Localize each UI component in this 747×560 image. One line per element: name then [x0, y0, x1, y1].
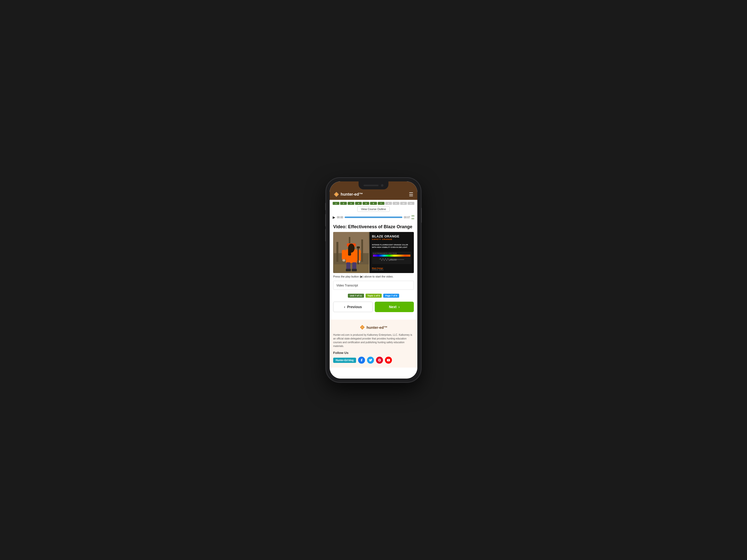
unit-badge: Unit 7 of 11: [348, 294, 364, 298]
twitter-icon[interactable]: [367, 357, 374, 364]
unit-step-10[interactable]: 10: [400, 202, 407, 205]
prev-icon: ‹: [344, 305, 345, 309]
previous-button[interactable]: ‹ Previous: [333, 302, 373, 312]
phone-notch: [359, 182, 388, 189]
lang-es-button[interactable]: ES: [412, 217, 414, 220]
footer: hunter-ed™ Hunter-ed.com is produced by …: [330, 320, 417, 368]
youtube-icon[interactable]: [385, 357, 392, 364]
hunter-svg: [333, 232, 369, 273]
unit-step-9[interactable]: 9: [393, 202, 400, 205]
blaze-nm-label: APPROX. 620nm: [372, 269, 411, 270]
social-row: Hunter-Ed blog: [333, 357, 414, 364]
spectrum-area: ELECTROMAGNETIC SPECTRUM VISIBLE LIGHT: [372, 251, 411, 264]
main-content: Video: Effectiveness of Blaze Orange: [330, 222, 417, 320]
blog-button[interactable]: Hunter-Ed blog: [333, 358, 356, 363]
svg-rect-20: [346, 262, 350, 270]
language-buttons: EN ES: [412, 215, 414, 220]
unit-step-8[interactable]: 8: [385, 202, 392, 205]
phone-screen: hunter-ed™ ☰ 1 2 3 4 5 6 7 8 9 10 11: [330, 182, 417, 378]
blaze-orange-subtitle: SAFETY ORANGE: [372, 238, 411, 240]
audio-player: ▶ 00:00 00:07 EN ES: [330, 213, 417, 222]
video-thumbnail: BLAZE ORANGE SAFETY ORANGE INTENSE FLUOR…: [333, 232, 414, 273]
video-right-panel: BLAZE ORANGE SAFETY ORANGE INTENSE FLUOR…: [369, 232, 414, 273]
svg-rect-4: [336, 242, 338, 262]
speaker: [364, 185, 379, 186]
svg-rect-23: [352, 269, 357, 271]
time-start: 00:00: [337, 216, 343, 219]
svg-rect-7: [334, 264, 369, 273]
svg-rect-16: [358, 247, 359, 264]
screen-content: hunter-ed™ ☰ 1 2 3 4 5 6 7 8 9 10 11: [330, 182, 417, 378]
unit-step-2[interactable]: 2: [340, 202, 347, 205]
silent-switch: [325, 203, 326, 210]
footer-logo-text: hunter-ed™: [366, 325, 387, 329]
unit-step-6[interactable]: 6: [370, 202, 377, 205]
svg-rect-12: [342, 250, 346, 260]
svg-rect-17: [357, 246, 360, 248]
next-label: Next: [389, 305, 396, 309]
next-button[interactable]: Next ›: [375, 302, 414, 312]
spectrum-label: ELECTROMAGNETIC SPECTRUM: [373, 252, 410, 254]
time-end: 00:07: [404, 216, 410, 219]
svg-rect-22: [346, 269, 351, 271]
progress-section: 1 2 3 4 5 6 7 8 9 10 11 View Course Outl…: [330, 200, 417, 213]
logo-area: hunter-ed™: [334, 192, 363, 197]
play-button[interactable]: ▶: [333, 215, 335, 219]
power-button: [421, 208, 422, 223]
phone-frame: hunter-ed™ ☰ 1 2 3 4 5 6 7 8 9 10 11: [326, 178, 421, 382]
logo-diamond-icon: [334, 192, 339, 197]
unit-step-7[interactable]: 7: [378, 202, 384, 205]
volume-up-button: [325, 214, 326, 226]
footer-logo-diamond-icon: [360, 324, 365, 330]
page-badge: Page 7 of 8: [383, 294, 399, 298]
svg-text:VISIBLE LIGHT: VISIBLE LIGHT: [390, 259, 397, 261]
footer-description: Hunter-ed.com is produced by Kalkomey En…: [333, 333, 414, 348]
unit-step-5[interactable]: 5: [363, 202, 369, 205]
badges-row: Unit 7 of 11 Topic 1 of 5 Page 7 of 8: [333, 294, 414, 298]
svg-rect-21: [352, 262, 356, 270]
course-outline-button[interactable]: View Course Outline: [357, 206, 390, 212]
transcript-label[interactable]: Video Transcript: [336, 284, 358, 287]
app-logo-text: hunter-ed™: [341, 192, 363, 196]
nav-buttons: ‹ Previous Next ›: [333, 302, 414, 312]
follow-us-label: Follow Us: [333, 351, 414, 355]
svg-point-14: [342, 259, 345, 262]
pinterest-icon[interactable]: [376, 357, 383, 364]
footer-logo: hunter-ed™: [333, 324, 414, 330]
unit-step-11[interactable]: 11: [408, 202, 414, 205]
prev-label: Previous: [347, 305, 362, 309]
play-instruction: Press the play button (▶) above to start…: [333, 275, 414, 278]
front-camera: [381, 184, 383, 187]
volume-down-button: [325, 229, 326, 241]
spectrum-bar: [373, 255, 410, 257]
blaze-orange-title: BLAZE ORANGE: [372, 235, 411, 238]
facebook-icon[interactable]: [358, 357, 365, 364]
hamburger-menu-icon[interactable]: ☰: [409, 191, 413, 197]
unit-steps: 1 2 3 4 5 6 7 8 9 10 11: [333, 202, 414, 205]
blaze-orange-description: INTENSE FLUORESCENT ORANGE COLOR WITH HI…: [372, 244, 411, 249]
svg-rect-5: [361, 239, 363, 262]
video-title: Video: Effectiveness of Blaze Orange: [333, 224, 414, 230]
unit-step-3[interactable]: 3: [347, 202, 354, 205]
blaze-orange-label: Blaze Orange: [372, 267, 411, 269]
topic-badge: Topic 1 of 5: [365, 294, 382, 298]
video-left-panel: [333, 232, 369, 273]
lang-en-button[interactable]: EN: [412, 215, 414, 217]
wave-svg: VISIBLE LIGHT: [373, 257, 410, 262]
next-icon: ›: [398, 305, 400, 309]
unit-step-1[interactable]: 1: [333, 202, 339, 205]
audio-progress-bar[interactable]: [344, 216, 403, 218]
svg-rect-19: [348, 248, 351, 256]
unit-step-4[interactable]: 4: [355, 202, 362, 205]
transcript-section[interactable]: Video Transcript: [333, 281, 414, 290]
